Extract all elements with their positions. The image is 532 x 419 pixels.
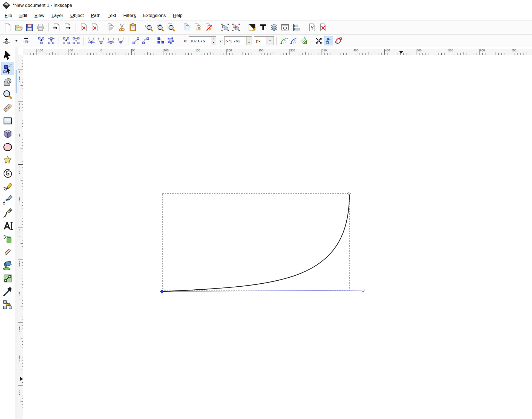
xml-editor-button[interactable] (280, 22, 290, 33)
y-spin-down-button[interactable]: ▼ (247, 41, 252, 45)
menu-edit[interactable]: Edit (16, 12, 31, 19)
export-button[interactable] (62, 22, 73, 33)
redo-button[interactable] (90, 22, 100, 33)
preferences-button[interactable] (307, 22, 317, 33)
toolbox-scrollbar[interactable] (15, 47, 18, 419)
save-button[interactable] (24, 22, 35, 33)
create-clone-button[interactable] (193, 22, 203, 33)
selected-node[interactable] (160, 290, 164, 293)
zoom-drawing-button[interactable] (155, 22, 165, 33)
transform-handles-button[interactable] (314, 36, 323, 45)
cut-button[interactable] (117, 22, 127, 33)
menu-help[interactable]: Help (169, 12, 186, 19)
toolbox-scrollbar-thumb[interactable] (16, 70, 17, 93)
import-button[interactable] (51, 22, 62, 33)
node-dropdown-arrow-button[interactable] (12, 36, 21, 45)
layers-dialog-button[interactable] (269, 22, 279, 33)
stroke-to-path-button[interactable] (166, 36, 175, 45)
vertical-ruler[interactable]: 10501000950900850800750700650600550 (18, 55, 23, 419)
toolbar-separator (244, 23, 244, 31)
x-coordinate-input[interactable] (189, 37, 211, 45)
spiral-tool-button[interactable] (1, 167, 14, 180)
bezier-curve[interactable] (162, 194, 349, 292)
menu-extensions[interactable]: Extensions (139, 12, 169, 19)
menu-file[interactable]: File (1, 12, 16, 19)
menu-layer[interactable]: Layer (48, 12, 67, 19)
canvas-area[interactable] (23, 55, 532, 419)
pencil-tool-button[interactable] (1, 180, 14, 193)
lpe-param-button[interactable] (299, 36, 308, 45)
zoom-page-button[interactable] (166, 22, 176, 33)
zoom-selection-button[interactable] (144, 22, 154, 33)
preferences-icon (308, 23, 317, 32)
dropper-tool-button[interactable] (1, 285, 14, 298)
insert-node-button[interactable] (2, 36, 11, 45)
end-node[interactable] (347, 192, 351, 195)
drawing-canvas[interactable] (23, 55, 532, 419)
svg-text:0: 0 (19, 110, 20, 114)
object-to-path-button[interactable] (156, 36, 165, 45)
node-tool-button[interactable] (1, 62, 14, 75)
segment-line-button[interactable] (131, 36, 140, 45)
join-segment-icon (62, 37, 70, 45)
menu-object[interactable]: Object (67, 12, 87, 19)
join-nodes-button[interactable] (37, 36, 46, 45)
break-nodes-button[interactable] (47, 36, 56, 45)
rect-tool-button[interactable] (1, 114, 14, 127)
menu-filters[interactable]: Filters (120, 12, 139, 19)
gradient-tool-button[interactable] (1, 272, 14, 285)
menu-text[interactable]: Text (104, 12, 120, 19)
bezier-handles-button[interactable] (324, 36, 333, 45)
text-tool-button[interactable] (1, 219, 14, 232)
node-symmetric-button[interactable] (106, 36, 116, 45)
new-document-button[interactable] (2, 22, 13, 33)
undo-button[interactable] (79, 22, 89, 33)
bucket-tool-button[interactable] (1, 259, 14, 272)
node-smooth-button[interactable] (96, 36, 106, 45)
join-segment-button[interactable] (62, 36, 71, 45)
toolbar-separator (276, 37, 277, 45)
copy-button[interactable] (106, 22, 116, 33)
y-spin-up-button[interactable]: ▲ (247, 37, 252, 41)
segment-curve-button[interactable] (141, 36, 150, 45)
menu-view[interactable]: View (31, 12, 48, 19)
delete-segment-button[interactable] (71, 36, 81, 45)
x-spin-up-button[interactable]: ▲ (211, 37, 216, 41)
node-cusp-button[interactable] (87, 36, 96, 45)
x-spin-down-button[interactable]: ▼ (211, 41, 216, 45)
ellipse-tool-button[interactable] (1, 141, 14, 154)
box3d-tool-button[interactable] (1, 127, 14, 141)
paste-button[interactable] (128, 22, 138, 33)
y-coordinate-input[interactable] (225, 37, 246, 45)
open-folder-button[interactable] (13, 22, 24, 33)
align-distribute-button[interactable] (291, 22, 301, 33)
print-button[interactable] (35, 22, 46, 33)
selector-tool-button[interactable] (1, 49, 14, 62)
text-dialog-button[interactable] (258, 22, 268, 33)
group-button[interactable] (220, 22, 230, 33)
delete-node-button[interactable] (22, 36, 31, 45)
connector-tool-button[interactable] (1, 298, 14, 311)
fill-stroke-dialog-button[interactable] (247, 22, 257, 33)
eraser-tool-button[interactable] (1, 246, 14, 259)
svg-text:0: 0 (19, 266, 20, 269)
ungroup-button[interactable] (231, 22, 241, 33)
edit-mask-button[interactable] (289, 36, 298, 45)
spray-tool-button[interactable] (1, 232, 14, 246)
tweak-tool-button[interactable] (1, 75, 14, 88)
path-outline-button[interactable] (334, 36, 343, 45)
horizontal-ruler[interactable]: -100-50050100150200250300350400450500550… (23, 49, 532, 55)
edit-clip-button[interactable] (279, 36, 289, 45)
unit-select[interactable]: px (254, 36, 274, 45)
measure-tool-button[interactable] (1, 101, 14, 114)
handle-end-circle[interactable] (362, 289, 364, 292)
unlink-clone-button[interactable] (204, 22, 214, 33)
menu-path[interactable]: Path (87, 12, 104, 19)
duplicate-button[interactable] (182, 22, 192, 33)
star-tool-button[interactable] (1, 154, 14, 167)
zoom-tool-button[interactable] (1, 88, 14, 101)
document-properties-button[interactable] (318, 22, 328, 33)
calligraphy-tool-button[interactable] (1, 206, 14, 219)
bezier-tool-button[interactable] (1, 193, 14, 206)
node-auto-button[interactable] (116, 36, 125, 45)
